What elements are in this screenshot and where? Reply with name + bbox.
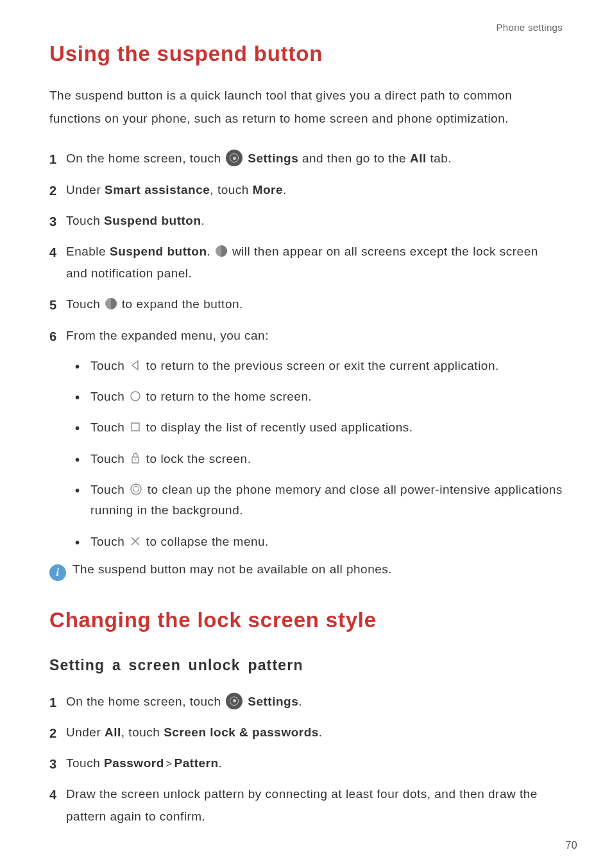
step2-1: On the home screen, touch Settings. [49,691,563,713]
step-text: Touch [66,214,104,227]
bullet-text: to lock the screen. [146,452,251,465]
bullet-text: to clean up the phone memory and close a… [90,483,563,517]
cleanup-icon [130,483,142,496]
step-text: . [283,183,287,196]
step-text: On the home screen, touch [66,152,225,165]
note-row: i The suspend button may not be availabl… [49,562,563,581]
bullet-text: Touch [90,535,128,548]
bullet-recent: Touch to display the list of recently us… [75,417,563,438]
subheading-pattern: Setting a screen unlock pattern [49,657,563,674]
more-label: More [253,183,283,196]
bullet-text: Touch [90,359,128,372]
settings-label: Settings [248,152,298,165]
step-text: Under [66,725,105,739]
password-label: Password [104,756,164,770]
bullet-home: Touch to return to the home screen. [75,386,563,407]
heading-suspend: Using the suspend button [49,42,563,66]
step-1: On the home screen, touch Settings and t… [49,148,563,169]
all-tab-label: All [410,152,427,165]
svg-point-4 [131,484,141,494]
svg-point-5 [133,486,139,492]
note-text: The suspend button may not be available … [72,562,392,577]
back-icon [130,360,141,371]
bullet-text: Touch [90,390,128,403]
step-text: and then go to the [298,152,410,165]
page-number: 70 [566,840,577,851]
bullet-clean: Touch to clean up the phone memory and c… [75,480,563,521]
step-text: , touch [210,183,252,196]
step-text: . [201,214,205,227]
all-label: All [105,725,121,739]
step-text: . [319,725,323,739]
suspend-button-label: Suspend button [110,245,207,258]
pattern-label: Pattern [174,756,219,770]
breadcrumb: Phone settings [49,22,563,33]
step-text: Enable [66,245,110,258]
bullet-text: to collapse the menu. [146,535,269,548]
step-2: Under Smart assistance, touch More. [49,179,563,201]
step-6: From the expanded menu, you can: Touch t… [49,325,563,552]
settings-icon [226,693,242,709]
bullet-lock: Touch to lock the screen. [75,449,563,469]
bullet-text: Touch [90,452,128,465]
step2-2: Under All, touch Screen lock & passwords… [49,722,563,743]
info-icon: i [49,564,66,581]
suspend-floating-icon [105,298,117,309]
bullet-text: Touch [90,483,128,496]
close-icon [130,535,141,547]
step-text: . [219,756,223,770]
bullet-collapse: Touch to collapse the menu. [75,532,563,552]
step-text: . [207,245,215,258]
lock-icon [130,452,141,465]
step-text: Under [66,183,105,196]
step-4: Enable Suspend button. will then appear … [49,241,563,284]
step-text: to expand the button. [122,297,243,311]
bullet-text: to display the list of recently used app… [146,421,413,434]
smart-assistance-label: Smart assistance [105,183,210,196]
home-circle-icon [130,390,141,402]
heading-lockscreen: Changing the lock screen style [49,608,563,632]
recent-apps-icon [130,421,141,433]
step2-4: Draw the screen unlock pattern by connec… [49,783,563,827]
step-text: . [298,695,302,708]
steps-list-2: On the home screen, touch Settings. Unde… [49,691,563,828]
svg-rect-1 [132,423,139,431]
step-5: Touch to expand the button. [49,293,563,315]
svg-point-0 [131,392,140,401]
step-text: Draw the screen unlock pattern by connec… [66,787,538,822]
step-text: Touch [66,297,104,311]
intro-paragraph: The suspend button is a quick launch too… [49,84,563,130]
bullet-text: Touch [90,421,128,434]
settings-label: Settings [248,695,298,708]
suspend-button-label: Suspend button [104,214,201,227]
step-text: On the home screen, touch [66,695,225,708]
step-text: From the expanded menu, you can: [66,329,269,342]
bullet-text: to return to the home screen. [146,390,312,403]
step-text: Touch [66,756,104,770]
svg-point-3 [135,459,136,460]
chevron-gt: > [166,758,173,769]
step-6-bullets: Touch to return to the previous screen o… [75,356,563,552]
step-text: , touch [121,725,164,739]
settings-icon [226,150,242,166]
screenlock-label: Screen lock & passwords [164,725,319,739]
step2-3: Touch Password>Pattern. [49,752,563,774]
step-text: tab. [427,152,452,165]
suspend-floating-icon [216,245,227,257]
bullet-back: Touch to return to the previous screen o… [75,356,563,376]
step-3: Touch Suspend button. [49,210,563,232]
steps-list-1: On the home screen, touch Settings and t… [49,148,563,551]
bullet-text: to return to the previous screen or exit… [146,359,499,372]
